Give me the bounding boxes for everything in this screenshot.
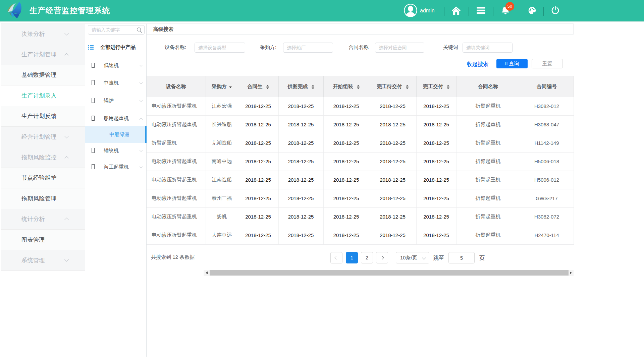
table-cell: 2018-12-25 [416, 171, 456, 189]
sidebar-item-label: 系统管理 [21, 256, 45, 264]
collapse-search-link[interactable]: 收起搜索 [467, 61, 488, 68]
tree-item-6[interactable]: 海工起重机 [85, 164, 146, 170]
sidebar-item-4[interactable]: 生产计划反馈 [1, 106, 85, 127]
power-icon[interactable] [551, 0, 559, 21]
username[interactable]: admin [420, 0, 435, 21]
sort-icon[interactable] [357, 85, 360, 89]
results-table: 设备名称 采购方 合同生 供图完成 开始组装 完工待交付 完工交付 合同名称 合… [147, 76, 574, 245]
tree-search-input[interactable] [88, 25, 145, 35]
jump-page-input[interactable] [448, 252, 475, 263]
column-header[interactable]: 供图完成 [278, 76, 323, 97]
table-cell: 2018-12-25 [416, 134, 456, 152]
page-button-1[interactable]: 1 [346, 252, 358, 263]
table-cell: 折臂起重机 [456, 115, 520, 134]
table-cell: H1142-149 [520, 134, 574, 152]
next-page-button[interactable] [376, 252, 388, 263]
chevron-up-icon [64, 218, 69, 222]
table-row[interactable]: 电动液压折臂起重机 扬帆 2018-12-25 2018-12-25 2018-… [147, 207, 574, 226]
column-header[interactable]: 开始组装 [323, 76, 369, 97]
field-label: 采购方: [260, 45, 276, 50]
filter-caret-icon[interactable] [229, 86, 232, 88]
table-cell: 扬帆 [206, 207, 238, 226]
table-row[interactable]: 电动液压折臂起重机 长兴造船 2018-12-25 2018-12-25 201… [147, 115, 574, 134]
sidebar-item-2[interactable]: 基础数据管理 [1, 65, 85, 85]
table-cell: 长兴造船 [206, 115, 238, 134]
sidebar-item-label: 节点经验维护 [21, 174, 57, 182]
table-cell: 2018-12-25 [278, 226, 323, 244]
field-label: 设备名称: [165, 45, 186, 50]
page-button-2[interactable]: 2 [361, 252, 373, 263]
column-header[interactable]: 采购方 [206, 76, 238, 97]
table-row[interactable]: 折臂起重机 芜湖造船 2018-12-25 2018-12-25 2018-12… [147, 134, 574, 152]
field-input-1[interactable] [283, 43, 333, 53]
sidebar-item-0[interactable]: 决策分析 [1, 24, 85, 44]
sidebar-item-5[interactable]: 经营计划管理 [1, 127, 85, 147]
prev-page-button[interactable] [330, 252, 342, 263]
tree-item-0[interactable]: 低速机 [85, 62, 146, 69]
sidebar-item-8[interactable]: 拖期风险管理 [1, 188, 85, 209]
sidebar-item-3[interactable]: 生产计划录入 [1, 85, 85, 106]
sidebar-item-7[interactable]: 节点经验维护 [1, 168, 85, 188]
tree-item-1[interactable]: 中速机 [85, 79, 146, 86]
table-cell: 2018-12-25 [323, 134, 369, 152]
tree-item-2[interactable]: 锅炉 [85, 97, 146, 104]
scroll-left-arrow-icon[interactable] [204, 270, 209, 276]
table-cell: 2018-12-25 [278, 189, 323, 207]
table-cell: 2018-12-25 [369, 207, 416, 226]
palette-icon[interactable] [528, 0, 536, 21]
tree-root[interactable]: 全部进行中产品 [85, 44, 146, 51]
scrollbar-thumb[interactable] [210, 270, 569, 276]
app-logo [6, 0, 22, 19]
table-row[interactable]: 电动液压折臂起重机 泰州三福 2018-12-25 2018-12-25 201… [147, 189, 574, 207]
table-row[interactable]: 电动液压折臂起重机 南通中远 2018-12-25 2018-12-25 201… [147, 152, 574, 171]
reset-button[interactable]: 重置 [532, 59, 563, 68]
horizontal-scrollbar[interactable] [204, 270, 574, 276]
query-icon: fl [505, 61, 508, 66]
query-button[interactable]: fl 查询 [496, 59, 528, 68]
table-cell: 南通中远 [206, 152, 238, 171]
scroll-right-arrow-icon[interactable] [568, 270, 574, 276]
home-icon[interactable] [452, 0, 461, 21]
app-title: 生产经营监控管理系统 [30, 0, 110, 21]
chevron-down-icon [422, 256, 426, 259]
sidebar-item-1[interactable]: 生产计划管理 [1, 44, 85, 65]
sidebar: 决策分析 生产计划管理 基础数据管理 生产计划录入 生产计划反馈 经营计划管理 … [1, 23, 85, 271]
tree-item-4[interactable]: 中船绿洲 [85, 131, 146, 138]
field-input-0[interactable] [195, 43, 245, 53]
sort-icon[interactable] [406, 85, 409, 89]
table-cell: 2018-12-25 [416, 115, 456, 134]
product-icon [92, 98, 95, 103]
column-header[interactable]: 合同生 [238, 76, 278, 97]
table-row[interactable]: 电动液压折臂起重机 江苏宏强 2018-12-25 2018-12-25 201… [147, 97, 574, 115]
chevron-down-icon [140, 81, 143, 84]
menu-icon[interactable] [477, 0, 485, 21]
field-input-2[interactable] [375, 43, 424, 53]
sidebar-item-label: 拖期风险监控 [21, 154, 57, 161]
column-header[interactable]: 完工待交付 [369, 76, 416, 97]
table-cell: 大连中远 [206, 226, 238, 244]
sidebar-item-9[interactable]: 统计分析 [1, 209, 85, 230]
page-size-select[interactable]: 10条/页 [396, 252, 429, 263]
sidebar-item-11[interactable]: 系统管理 [1, 250, 85, 270]
sort-icon[interactable] [312, 85, 314, 89]
product-icon [92, 63, 95, 68]
result-summary: 共搜索到 12 条数据 [151, 254, 195, 260]
table-cell: 折臂起重机 [456, 152, 520, 171]
tree-item-5[interactable]: 锚绞机 [85, 147, 146, 154]
avatar[interactable] [404, 0, 418, 21]
table-cell: 2018-12-25 [416, 97, 456, 115]
table-cell: 2018-12-25 [323, 189, 369, 207]
table-cell: 电动液压折臂起重机 [147, 171, 206, 189]
table-row[interactable]: 电动液压折臂起重机 江南造船 2018-12-25 2018-12-25 201… [147, 171, 574, 189]
sort-down-icon [447, 87, 449, 89]
chevron-down-icon [64, 31, 69, 36]
table-cell: H3068-047 [520, 115, 574, 134]
sidebar-item-6[interactable]: 拖期风险监控 [1, 147, 85, 168]
tree-item-3[interactable]: 船用起重机 [85, 115, 146, 122]
sort-icon[interactable] [266, 85, 269, 89]
table-row[interactable]: 电动液压折臂起重机 大连中远 2018-12-25 2018-12-25 201… [147, 226, 574, 244]
field-input-3[interactable] [463, 43, 513, 53]
column-header[interactable]: 完工交付 [416, 76, 456, 97]
sort-icon[interactable] [447, 85, 449, 89]
sidebar-item-10[interactable]: 图表管理 [1, 230, 85, 250]
